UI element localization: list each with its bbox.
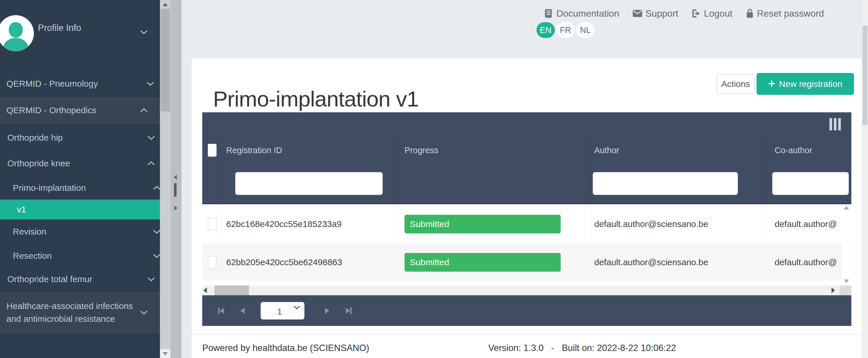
lang-nl-button[interactable]: NL <box>576 22 594 38</box>
registrations-table: Registration ID Progress Author Co-autho… <box>202 112 851 326</box>
logout-icon <box>692 9 701 18</box>
table-horizontal-scrollbar[interactable] <box>202 285 851 295</box>
column-header-author[interactable]: Author <box>594 145 619 155</box>
chevron-up-icon <box>147 161 155 166</box>
table-body: 62bc168e420cc55e185233a9 Submitted defau… <box>202 204 851 285</box>
topbar-links: Documentation Support Logout Reset passw… <box>544 5 824 22</box>
footer: Powered by healthdata.be (SCIENSANO) Ver… <box>192 334 862 358</box>
chevron-down-icon <box>140 310 148 315</box>
sidebar-item-revision[interactable]: Revision <box>0 219 160 244</box>
new-registration-button[interactable]: + New registration <box>756 73 854 95</box>
version-text: Version: 1.3.0 - Built on: 2022-8-22 10:… <box>488 343 676 353</box>
table-toolbar <box>202 112 851 137</box>
avatar <box>0 15 34 51</box>
lock-icon <box>746 9 753 18</box>
table-row[interactable]: 62bc168e420cc55e185233a9 Submitted defau… <box>202 204 851 243</box>
sidebar-item-v1[interactable]: v1 <box>0 200 160 219</box>
lang-fr-button[interactable]: FR <box>556 22 575 38</box>
sidebar-item-orthopride-hip[interactable]: Orthopride hip <box>0 125 160 151</box>
collapse-right-icon[interactable] <box>174 205 178 210</box>
page-title: Primo-implantation v1 <box>213 86 418 111</box>
registration-id-cell: 62bc168e420cc55e185233a9 <box>226 219 341 229</box>
table-filter-row <box>202 164 851 204</box>
scroll-down-icon[interactable] <box>844 280 849 283</box>
page-select[interactable]: 1 <box>260 302 304 320</box>
sidebar-item-orthopride-total-femur[interactable]: Orthopride total femur <box>0 268 160 291</box>
sidebar-profile[interactable]: Profile Info <box>0 0 160 64</box>
next-page-button[interactable] <box>322 306 332 316</box>
page-scrollbar[interactable] <box>862 0 868 358</box>
sidebar-item-truncated[interactable] <box>0 335 160 358</box>
status-badge: Submitted <box>410 219 449 229</box>
lang-en-button[interactable]: EN <box>536 22 555 38</box>
co-author-cell: default.author@ <box>775 219 837 229</box>
previous-page-icon <box>238 306 248 316</box>
registration-id-cell: 62bb205e420cc5be62498863 <box>226 257 342 267</box>
status-badge: Submitted <box>410 257 449 267</box>
last-page-icon <box>344 306 354 316</box>
sidebar-scrollbar[interactable] <box>160 0 170 358</box>
row-checkbox[interactable] <box>208 256 217 269</box>
support-link[interactable]: Support <box>633 8 678 19</box>
scrollbar-corner <box>840 285 851 295</box>
chevron-down-icon <box>140 30 148 34</box>
filter-registration-id-input[interactable] <box>235 172 383 195</box>
documentation-link[interactable]: Documentation <box>544 8 619 19</box>
next-page-icon <box>322 306 332 316</box>
columns-icon[interactable] <box>830 118 841 130</box>
progress-bar: Submitted <box>405 215 561 233</box>
logout-link[interactable]: Logout <box>692 8 733 19</box>
scroll-right-icon[interactable] <box>832 287 835 293</box>
progress-bar: Submitted <box>405 253 561 272</box>
sidebar-item-qermid-orthopedics[interactable]: QERMID - Orthopedics <box>0 96 160 125</box>
column-header-co-author[interactable]: Co-author <box>775 145 812 155</box>
scroll-up-icon[interactable] <box>160 0 170 9</box>
filter-co-author-input[interactable] <box>772 172 849 195</box>
previous-page-button[interactable] <box>238 306 248 316</box>
collapse-left-icon[interactable] <box>174 174 177 180</box>
reset-password-link[interactable]: Reset password <box>746 8 824 19</box>
sidebar-scrollbar-thumb[interactable] <box>160 9 170 111</box>
chevron-down-icon <box>147 277 155 282</box>
sidebar-item-resection[interactable]: Resection <box>0 244 160 268</box>
horizontal-scrollbar-thumb[interactable] <box>215 285 249 295</box>
sidebar-item-healthcare-associated-infections[interactable]: Healthcare-associated infections and ant… <box>0 291 160 334</box>
sidebar-item-orthopride-knee[interactable]: Orthopride knee <box>0 151 160 176</box>
splitter-handle[interactable] <box>174 183 177 197</box>
chevron-down-icon <box>147 135 155 140</box>
plus-icon: + <box>768 77 775 89</box>
first-page-button[interactable] <box>216 306 226 316</box>
table-header-row: Registration ID Progress Author Co-autho… <box>202 137 851 164</box>
select-all-checkbox[interactable] <box>208 144 217 157</box>
column-header-registration-id[interactable]: Registration ID <box>226 145 282 155</box>
language-switcher: EN FR NL <box>536 22 594 38</box>
chevron-down-icon <box>153 229 160 234</box>
powered-by-text[interactable]: Powered by healthdata.be (SCIENSANO) <box>202 343 369 353</box>
sidebar-item-primo-implantation[interactable]: Primo-implantation <box>0 176 160 200</box>
chevron-down-icon <box>147 82 154 86</box>
author-cell: default.author@sciensano.be <box>594 257 708 267</box>
scroll-up-icon[interactable] <box>844 206 849 209</box>
page-scrollbar-thumb[interactable] <box>863 26 867 125</box>
author-cell: default.author@sciensano.be <box>594 219 708 229</box>
last-page-button[interactable] <box>344 306 354 316</box>
chevron-down-icon <box>153 254 160 258</box>
column-header-progress[interactable]: Progress <box>405 145 438 155</box>
book-icon <box>544 9 553 18</box>
pagination-bar: 1 <box>202 295 851 326</box>
row-checkbox[interactable] <box>208 218 217 230</box>
co-author-cell: default.author@ <box>775 257 837 267</box>
first-page-icon <box>216 306 226 316</box>
filter-author-input[interactable] <box>593 172 738 195</box>
table-row[interactable]: 62bb205e420cc5be62498863 Submitted defau… <box>202 243 851 281</box>
actions-button[interactable]: Actions <box>716 74 755 94</box>
sidebar: Profile Info QERMID - Pneumology QERMID … <box>0 0 160 358</box>
chevron-up-icon <box>140 108 148 112</box>
sidebar-splitter[interactable] <box>170 0 182 358</box>
sidebar-item-qermid-pneumology[interactable]: QERMID - Pneumology <box>0 71 160 96</box>
chevron-up-icon <box>153 186 160 190</box>
app-root: Profile Info QERMID - Pneumology QERMID … <box>0 0 868 358</box>
scroll-down-icon[interactable] <box>160 349 170 358</box>
table-vertical-scrollbar[interactable] <box>842 204 851 285</box>
scroll-left-icon[interactable] <box>204 287 207 293</box>
